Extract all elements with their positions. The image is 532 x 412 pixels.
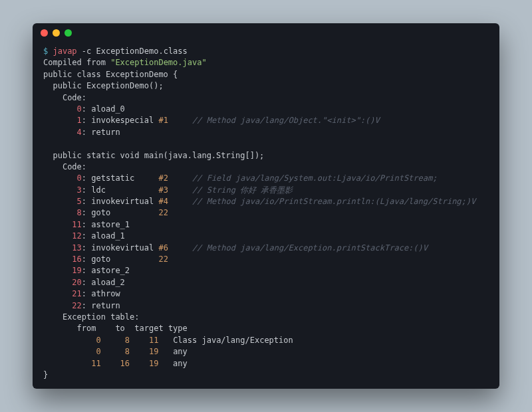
pool-ref: #3 — [158, 185, 168, 195]
exc-header-target: target — [134, 324, 163, 333]
bytecode-offset: 11 — [72, 220, 81, 229]
bytecode-op: astore_1 — [91, 220, 130, 229]
pool-ref: #6 — [158, 243, 168, 253]
bytecode-op: aload_0 — [91, 104, 125, 114]
exc-to: 16 — [120, 359, 130, 368]
bytecode-offset: 4 — [77, 128, 82, 137]
bytecode-op: getstatic — [91, 173, 134, 183]
bytecode-op: astore_2 — [91, 266, 130, 275]
window-titlebar — [33, 23, 499, 42]
shell-prompt: $ — [43, 47, 48, 56]
bytecode-offset: 1 — [77, 116, 82, 125]
command-flags: -c — [82, 47, 91, 56]
bytecode-offset: 16 — [72, 255, 81, 264]
bytecode-offset: 0 — [77, 104, 82, 114]
exc-to: 8 — [125, 347, 130, 356]
goto-target: 22 — [158, 255, 168, 264]
bytecode-op: goto — [91, 208, 110, 217]
bytecode-op: aload_2 — [91, 278, 125, 287]
exc-to: 8 — [125, 336, 130, 345]
zoom-icon[interactable] — [65, 29, 72, 37]
exc-type: any — [173, 347, 188, 356]
exc-from: 0 — [96, 336, 100, 345]
bytecode-op: return — [91, 301, 120, 310]
exc-type: any — [173, 359, 188, 368]
bytecode-offset: 20 — [72, 278, 81, 287]
command-bin: javap — [53, 47, 76, 56]
terminal-window: $ javap -c ExceptionDemo.class Compiled … — [33, 23, 499, 389]
bytecode-op: invokespecial — [91, 116, 154, 125]
goto-target: 22 — [158, 208, 168, 217]
compiled-from-file: "ExceptionDemo.java" — [110, 58, 207, 67]
bytecode-offset: 12 — [72, 231, 81, 241]
code-label: Code: — [63, 93, 86, 102]
bytecode-op: athrow — [91, 289, 120, 298]
bytecode-op: ldc — [91, 185, 106, 195]
compiled-from-label: Compiled from — [43, 58, 106, 67]
exc-header-type: type — [168, 324, 188, 333]
minimize-icon[interactable] — [53, 29, 60, 37]
bytecode-op: invokevirtual — [91, 197, 154, 206]
close-icon[interactable] — [41, 29, 48, 37]
bytecode-comment: // String 你好 承香墨影 — [192, 185, 293, 195]
bytecode-offset: 0 — [77, 173, 82, 183]
close-brace: } — [43, 370, 48, 379]
pool-ref: #4 — [158, 197, 168, 206]
bytecode-comment: // Method java/lang/Object."<init>":()V — [192, 116, 380, 125]
exc-type: Class java/lang/Exception — [173, 336, 293, 345]
bytecode-offset: 22 — [72, 301, 81, 310]
bytecode-offset: 21 — [72, 289, 81, 298]
terminal-content: $ javap -c ExceptionDemo.class Compiled … — [33, 42, 499, 389]
command-arg: ExceptionDemo.class — [96, 47, 188, 56]
bytecode-offset: 5 — [77, 197, 82, 206]
code-label: Code: — [63, 162, 86, 171]
bytecode-op: invokevirtual — [91, 243, 154, 253]
bytecode-comment: // Field java/lang/System.out:Ljava/io/P… — [192, 173, 437, 183]
exc-header-from: from — [77, 324, 96, 333]
main-signature: public static void main(java.lang.String… — [53, 151, 264, 160]
class-declaration: public class ExceptionDemo { — [43, 70, 178, 79]
bytecode-offset: 8 — [77, 208, 82, 217]
exception-table-label: Exception table: — [63, 312, 140, 322]
bytecode-offset: 3 — [77, 185, 82, 195]
bytecode-comment: // Method java/io/PrintStream.println:(L… — [192, 197, 475, 206]
bytecode-op: aload_1 — [91, 231, 125, 241]
exc-target: 11 — [149, 336, 158, 345]
bytecode-comment: // Method java/lang/Exception.printStack… — [192, 243, 428, 253]
exc-target: 19 — [149, 359, 158, 368]
exc-from: 0 — [96, 347, 100, 356]
pool-ref: #2 — [158, 173, 168, 183]
exc-from: 11 — [91, 359, 100, 368]
exc-target: 19 — [149, 347, 158, 356]
ctor-signature: public ExceptionDemo(); — [53, 81, 163, 90]
bytecode-op: return — [91, 128, 120, 137]
bytecode-offset: 13 — [72, 243, 81, 253]
exc-header-to: to — [115, 324, 124, 333]
pool-ref: #1 — [158, 116, 168, 125]
bytecode-op: goto — [91, 255, 110, 264]
bytecode-offset: 19 — [72, 266, 81, 275]
